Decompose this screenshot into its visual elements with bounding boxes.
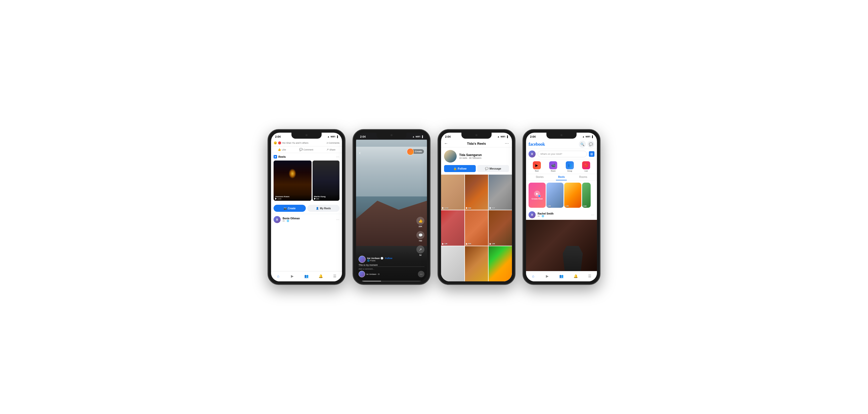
message-button[interactable]: 💬 Message: [477, 165, 509, 172]
post-image-4: [526, 220, 597, 271]
group-shortcut-icon: 👥: [566, 161, 574, 169]
grid-item-4[interactable]: 12K: [441, 210, 464, 245]
share-action[interactable]: ↗ 52: [416, 245, 425, 256]
camera-dot-2: [391, 134, 393, 136]
grid-item-2[interactable]: 90K: [465, 175, 488, 210]
phone-2: 2:04 ▲ WiFi ▐ ‹ 📷 Creat: [352, 129, 431, 285]
back-button-3[interactable]: ←: [444, 141, 448, 146]
messenger-button-4[interactable]: 💬: [587, 141, 594, 148]
reels-more-button[interactable]: ···: [336, 155, 339, 159]
camera-dot-1: [306, 134, 308, 136]
grid-item-9[interactable]: [489, 246, 512, 281]
nav-people-1[interactable]: 👥: [304, 273, 309, 279]
create-reel-button[interactable]: 📷 Create: [274, 205, 306, 212]
play-tri-4: [442, 243, 444, 245]
reel-shortcut-label: Reel: [535, 170, 538, 172]
search-button-4[interactable]: 🔍: [579, 141, 586, 148]
compose-input[interactable]: What's on your mind?: [537, 151, 587, 157]
nav-bell-4[interactable]: 🔔: [573, 273, 578, 279]
shortcuts-bar: ▶ Reel 📹 Room 👥 Group 🔴 Live: [526, 159, 597, 174]
reel-1-views: 121K: [275, 198, 310, 200]
nav-home-1[interactable]: ⌂: [275, 273, 281, 279]
nav-menu-4[interactable]: ☰: [587, 273, 593, 279]
profile-meta: 16 reels · 6K followers: [459, 157, 509, 159]
grid-item-7[interactable]: [441, 246, 464, 281]
water: [356, 147, 427, 196]
reel-views-1: 12M: [548, 205, 551, 207]
shortcut-live[interactable]: 🔴 Live: [582, 161, 590, 172]
grid-views-1: 121K: [442, 207, 448, 209]
like-action[interactable]: 👍 22K: [416, 217, 425, 228]
grid-item-8[interactable]: [465, 246, 488, 281]
nav-video-1[interactable]: ▶: [290, 273, 295, 279]
more-button-3[interactable]: ···: [505, 141, 509, 146]
comment-action[interactable]: 💬 780: [416, 231, 425, 242]
profile-avatar: [444, 150, 457, 163]
grid-item-1[interactable]: 121K: [441, 175, 464, 210]
grid-views-6: 14K: [490, 243, 495, 245]
create-reel-card[interactable]: ▶ + Create Reel: [529, 183, 546, 208]
follow-button[interactable]: 🔒 Follow: [444, 165, 476, 172]
verified-badge: ✓: [381, 257, 383, 260]
play-tri-1: [442, 207, 444, 209]
play-tri-3: [490, 207, 491, 209]
time-2: 2:04: [360, 135, 366, 138]
comment-button[interactable]: 💬 Comment: [299, 148, 313, 151]
grid-bg-8: [465, 246, 488, 281]
tab-rooms[interactable]: Rooms: [577, 174, 589, 180]
music-info: tai Jordaan · O: [359, 271, 379, 277]
tab-reels[interactable]: Reels: [556, 174, 567, 180]
grid-bg-7: [441, 246, 464, 281]
grid-item-5[interactable]: 80K: [465, 210, 488, 245]
bottom-nav-4: ⌂ ▶ 👥 🔔 ☰: [526, 271, 597, 281]
grid-item-6[interactable]: 14K: [489, 210, 512, 245]
back-button-2[interactable]: ‹: [359, 150, 361, 156]
reel-card-3[interactable]: 12M: [582, 183, 591, 208]
phone-1: 2:04 ▲ WiFi ▐ 😮 ❤️ Hoi Shan Yiu and 5 ot…: [268, 129, 345, 285]
reel-views-3: 12M: [583, 205, 587, 207]
share-button[interactable]: ↗ Share: [327, 148, 335, 151]
chef-silhouette: [563, 246, 583, 271]
shortcut-room[interactable]: 📹 Room: [549, 161, 557, 172]
grid-views-4: 12K: [442, 243, 447, 245]
reel-1-name: Joonseo Kwon: [275, 196, 310, 198]
profile-info: Tida Saengarun 16 reels · 6K followers: [459, 153, 509, 159]
grid-item-3[interactable]: 81K: [489, 175, 512, 210]
post-meta-4: Rachel Smith 8h · 🌐: [537, 212, 553, 217]
music-bar: tai Jordaan · O ···: [359, 271, 425, 277]
comment-input-2[interactable]: Add a comment...: [359, 267, 425, 270]
nav-bell-1[interactable]: 🔔: [318, 273, 323, 279]
reel-card-2[interactable]: 12M: [564, 183, 581, 208]
post-more-1[interactable]: ···: [336, 218, 339, 221]
my-reels-button[interactable]: 👤 My Reels: [307, 205, 339, 212]
status-icons-1: ▲ WiFi ▐: [328, 135, 338, 138]
messenger-icon: 💬: [485, 167, 489, 170]
nav-home-4[interactable]: ⌂: [530, 273, 536, 279]
like-button[interactable]: 👍 Like: [278, 148, 286, 151]
reel-card-1[interactable]: 12M: [547, 183, 563, 208]
nav-people-4[interactable]: 👥: [559, 273, 564, 279]
nav-video-4[interactable]: ▶: [545, 273, 550, 279]
follow-text[interactable]: Follow: [385, 257, 393, 260]
grid-bg-3: [489, 175, 512, 210]
tab-stories[interactable]: Stories: [534, 174, 546, 180]
username-container: Itai Jordaan ✓ · Follow 🌐 Public: [367, 257, 392, 262]
shortcut-group[interactable]: 👥 Group: [566, 161, 574, 172]
my-reels-icon: 👤: [316, 207, 319, 210]
globe-icon: 🌐: [367, 260, 370, 262]
reel-item-2[interactable]: Martin Kang 88K: [313, 161, 340, 201]
reel-shortcut-icon: ▶: [533, 161, 541, 169]
reel-item-1[interactable]: Joonseo Kwon 121K: [274, 161, 312, 201]
top-avatar-2[interactable]: [407, 148, 414, 155]
more-button-2[interactable]: ···: [418, 271, 425, 277]
photo-button-4[interactable]: 🖼: [589, 151, 594, 157]
phone-2-inner: 2:04 ▲ WiFi ▐ ‹ 📷 Creat: [356, 133, 427, 281]
signal-icon-4: ▲: [582, 135, 585, 138]
post-more-4[interactable]: ···: [591, 213, 594, 216]
p4-nav-icons: 🔍 💬: [579, 141, 594, 148]
video-caption: This is my moment: [359, 264, 412, 266]
comment-icon-2: 💬: [416, 231, 425, 239]
reel-views-2: 12M: [565, 205, 569, 207]
shortcut-reel[interactable]: ▶ Reel: [533, 161, 541, 172]
nav-menu-1[interactable]: ☰: [332, 273, 338, 279]
